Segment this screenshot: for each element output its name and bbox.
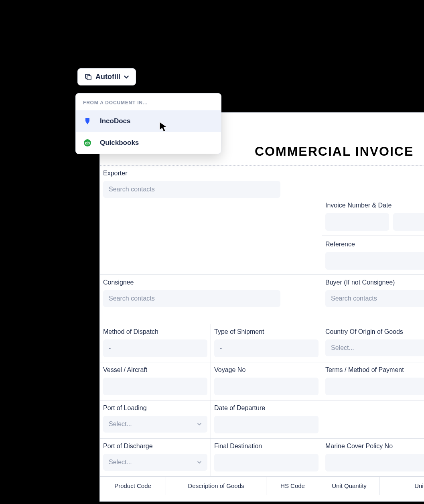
country-origin-label: Country Of Origin of Goods xyxy=(325,328,424,335)
buyer-label: Buyer (If not Consignee) xyxy=(325,279,424,286)
port-loading-select[interactable]: Select... xyxy=(103,416,207,433)
final-destination-label: Final Destination xyxy=(214,443,319,450)
chevron-down-icon xyxy=(124,74,129,80)
chevron-down-icon xyxy=(197,422,202,427)
quickbooks-icon: qb xyxy=(83,138,92,147)
marine-cover-input[interactable] xyxy=(325,454,424,471)
final-destination-input[interactable] xyxy=(214,454,319,471)
incodocs-icon xyxy=(83,117,92,126)
port-loading-label: Port of Loading xyxy=(103,404,207,412)
th-description: Description of Goods xyxy=(166,477,266,495)
type-shipment-label: Type of Shipment xyxy=(214,328,319,335)
dropdown-item-incodocs[interactable]: IncoDocs xyxy=(76,110,221,132)
exporter-input[interactable] xyxy=(103,181,280,198)
port-discharge-label: Port of Discharge xyxy=(103,443,207,450)
chevron-down-icon xyxy=(197,460,202,465)
svg-rect-1 xyxy=(87,76,91,80)
invoice-document: COMMERCIAL INVOICE Exporter Invoice Numb… xyxy=(99,112,424,502)
svg-text:qb: qb xyxy=(85,141,90,145)
port-loading-placeholder: Select... xyxy=(109,421,132,428)
invoice-number-input[interactable] xyxy=(325,213,389,231)
exporter-label: Exporter xyxy=(103,170,319,177)
date-departure-input[interactable] xyxy=(214,416,319,433)
reference-label: Reference xyxy=(325,241,424,248)
method-dispatch-input[interactable] xyxy=(103,339,207,357)
dropdown-header: FROM A DOCUMENT IN... xyxy=(76,93,221,110)
port-discharge-placeholder: Select... xyxy=(109,459,132,466)
date-departure-label: Date of Departure xyxy=(214,404,319,412)
type-shipment-input[interactable] xyxy=(214,339,319,357)
autofill-label: Autofill xyxy=(95,73,120,81)
th-unit: Unit xyxy=(379,477,424,495)
th-unit-qty: Unit Quantity xyxy=(319,477,379,495)
voyage-label: Voyage No xyxy=(214,366,319,374)
autofill-dropdown: FROM A DOCUMENT IN... IncoDocs qb Quickb… xyxy=(75,93,221,154)
dropdown-item-label: Quickbooks xyxy=(100,139,139,147)
consignee-label: Consignee xyxy=(103,279,319,286)
invoice-date-input[interactable] xyxy=(393,213,424,231)
autofill-button[interactable]: Autofill xyxy=(77,68,136,85)
dropdown-item-label: IncoDocs xyxy=(100,117,131,125)
th-hs-code: HS Code xyxy=(266,477,319,495)
country-origin-select[interactable]: Select... xyxy=(325,339,424,356)
dropdown-item-quickbooks[interactable]: qb Quickbooks xyxy=(76,132,221,154)
country-origin-placeholder: Select... xyxy=(331,344,354,352)
invoice-number-label: Invoice Number & Date xyxy=(325,202,424,209)
voyage-input[interactable] xyxy=(214,378,319,395)
terms-payment-label: Terms / Method of Payment xyxy=(325,366,424,374)
vessel-label: Vessel / Aircraft xyxy=(103,366,207,374)
port-discharge-select[interactable]: Select... xyxy=(103,454,207,471)
copy-icon xyxy=(84,73,92,81)
vessel-input[interactable] xyxy=(103,378,207,395)
reference-input[interactable] xyxy=(325,252,424,270)
buyer-input[interactable] xyxy=(325,290,424,307)
consignee-input[interactable] xyxy=(103,290,280,307)
th-product-code: Product Code xyxy=(100,477,166,495)
items-table-header: Product Code Description of Goods HS Cod… xyxy=(100,477,424,495)
terms-payment-input[interactable] xyxy=(325,378,424,395)
marine-cover-label: Marine Cover Policy No xyxy=(325,443,424,450)
method-dispatch-label: Method of Dispatch xyxy=(103,328,207,335)
